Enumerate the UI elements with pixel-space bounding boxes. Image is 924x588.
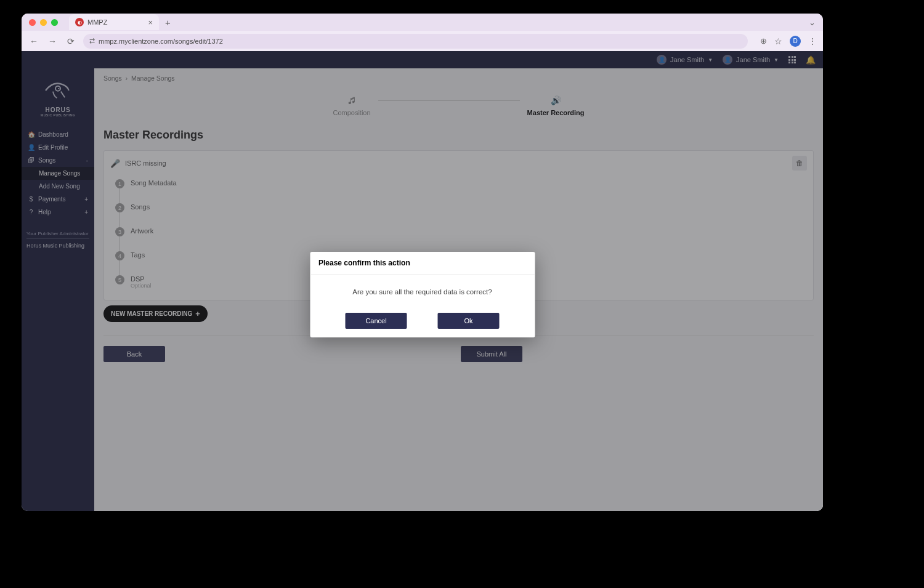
window-close-icon[interactable] [29,19,36,26]
install-app-icon[interactable]: ⊕ [760,36,767,46]
window-maximize-icon[interactable] [51,19,58,26]
bookmark-icon[interactable]: ☆ [774,36,782,46]
tab-favicon-icon: ◐ [75,18,84,26]
tab-title: MMPZ [87,18,107,26]
address-bar[interactable]: ⇄ mmpz.myclientzone.com/songs/edit/1372 [83,34,748,49]
browser-profile-avatar[interactable]: D [790,36,801,47]
cancel-button[interactable]: Cancel [346,313,407,329]
confirm-modal: Please confirm this action Are you sure … [310,252,535,337]
site-info-icon[interactable]: ⇄ [89,37,95,45]
ok-button[interactable]: Ok [438,313,500,329]
modal-message: Are you sure all the required data is co… [310,275,535,309]
close-tab-icon[interactable]: × [148,18,153,27]
browser-toolbar: ← → ⟳ ⇄ mmpz.myclientzone.com/songs/edit… [22,31,823,51]
browser-tab[interactable]: ◐ MMPZ × [69,14,159,30]
new-tab-button[interactable]: + [165,17,171,28]
title-bar: ◐ MMPZ × + ⌄ [22,14,823,31]
url-text: mmpz.myclientzone.com/songs/edit/1372 [99,38,223,45]
forward-button[interactable]: → [46,36,59,46]
modal-title: Please confirm this action [310,252,535,275]
back-button[interactable]: ← [28,36,40,46]
chevron-down-icon[interactable]: ⌄ [809,18,816,27]
browser-menu-icon[interactable]: ⋮ [808,36,817,46]
reload-button[interactable]: ⟳ [65,36,77,46]
window-minimize-icon[interactable] [40,19,47,26]
